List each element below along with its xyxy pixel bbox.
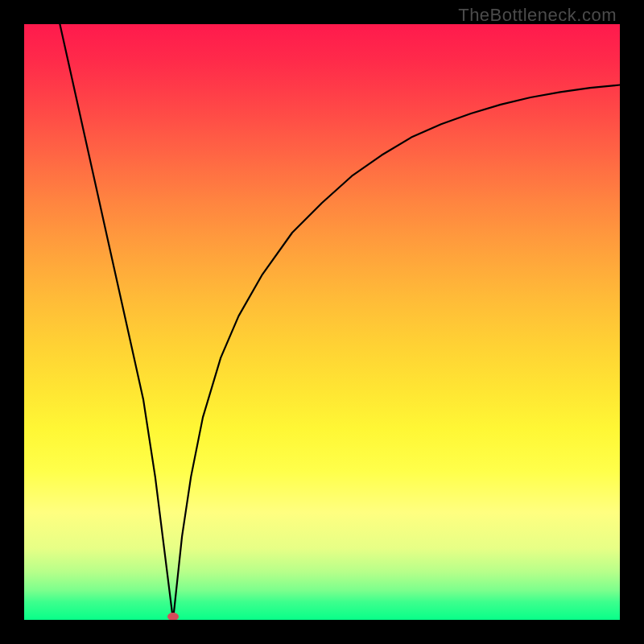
bottleneck-curve xyxy=(60,24,620,620)
plot-area xyxy=(24,24,620,620)
chart-svg xyxy=(24,24,620,620)
min-marker xyxy=(167,613,179,620)
watermark-text: TheBottleneck.com xyxy=(458,5,617,26)
chart-frame: TheBottleneck.com xyxy=(0,0,644,644)
